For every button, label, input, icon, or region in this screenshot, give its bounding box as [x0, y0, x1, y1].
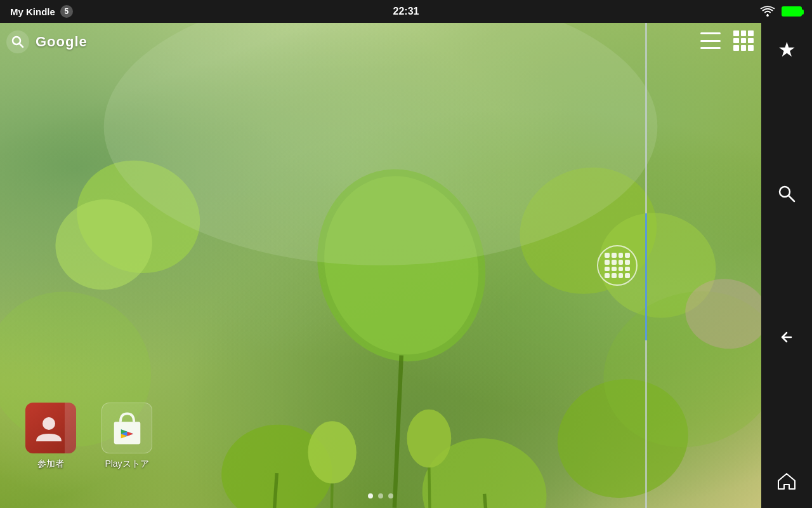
- grid-dot: [748, 30, 754, 36]
- app-drawer-button[interactable]: [597, 245, 638, 286]
- notification-badge: 5: [60, 5, 73, 18]
- page-dot-2[interactable]: [378, 493, 383, 498]
- status-left: My Kindle 5: [10, 5, 73, 18]
- search-icon[interactable]: [6, 30, 29, 53]
- page-dot-3[interactable]: [388, 493, 393, 498]
- vertical-divider-blue: [645, 213, 647, 340]
- drawer-dot: [605, 260, 610, 265]
- svg-line-3: [395, 356, 402, 508]
- contacts-app-icon[interactable]: 参加者: [25, 403, 76, 470]
- grid-dot: [733, 38, 739, 44]
- grid-dot: [733, 45, 739, 51]
- hamburger-line-1: [700, 32, 721, 34]
- drawer-dot: [605, 267, 610, 272]
- top-controls: [700, 30, 754, 51]
- grid-dot: [748, 38, 754, 44]
- grid-dot: [741, 45, 747, 51]
- page-indicator: [368, 493, 393, 498]
- hamburger-line-2: [700, 40, 721, 42]
- list-view-button[interactable]: [700, 32, 721, 49]
- drawer-dot: [619, 267, 624, 272]
- svg-point-18: [407, 410, 451, 468]
- drawer-dot: [619, 253, 624, 258]
- drawer-dot: [605, 253, 610, 258]
- drawer-grid-icon: [605, 253, 630, 278]
- main-content: Google: [0, 23, 761, 508]
- home-icon: [777, 472, 796, 491]
- hamburger-line-3: [700, 47, 721, 49]
- contacts-icon-image: [25, 403, 76, 453]
- drawer-dot: [625, 260, 630, 265]
- back-button[interactable]: [773, 323, 801, 351]
- home-button[interactable]: [773, 467, 801, 495]
- search-bar[interactable]: Google: [6, 30, 88, 53]
- drawer-dot: [612, 260, 617, 265]
- drawer-dot: [612, 273, 617, 278]
- drawer-dot: [625, 267, 630, 272]
- star-icon: ★: [778, 37, 796, 62]
- page-dot-1[interactable]: [368, 493, 373, 498]
- svg-point-16: [308, 421, 356, 483]
- drawer-dot: [625, 273, 630, 278]
- grid-dot: [748, 45, 754, 51]
- status-bar: My Kindle 5 22:31: [0, 0, 812, 23]
- star-button[interactable]: ★: [773, 36, 801, 64]
- drawer-dot: [619, 260, 624, 265]
- search-icon: [777, 184, 796, 203]
- battery-icon: [782, 6, 802, 17]
- grid-dot: [741, 38, 747, 44]
- playstore-app-icon[interactable]: Playストア: [102, 403, 152, 470]
- clock: 22:31: [393, 6, 419, 17]
- status-icons: [760, 6, 802, 17]
- playstore-app-label: Playストア: [105, 458, 148, 470]
- app-name-label: My Kindle: [10, 6, 55, 17]
- desktop-icons: 参加者 Playストア: [25, 403, 152, 470]
- sidebar-search-button[interactable]: [773, 180, 801, 208]
- right-sidebar: ★: [761, 23, 812, 508]
- svg-line-19: [429, 467, 430, 508]
- svg-line-27: [789, 196, 794, 201]
- wifi-icon: [760, 6, 775, 17]
- drawer-dot: [605, 273, 610, 278]
- grid-dot: [741, 30, 747, 36]
- grid-view-button[interactable]: [733, 30, 754, 51]
- contacts-app-label: 参加者: [37, 458, 64, 470]
- playstore-icon-image: [102, 403, 152, 453]
- drawer-dot: [612, 253, 617, 258]
- grid-dot: [733, 30, 739, 36]
- svg-point-0: [766, 15, 769, 17]
- svg-point-24: [43, 417, 55, 430]
- back-arrow-icon: [777, 328, 796, 346]
- google-logo[interactable]: Google: [36, 34, 88, 50]
- svg-line-23: [20, 44, 23, 48]
- drawer-dot: [625, 253, 630, 258]
- drawer-dot: [619, 273, 624, 278]
- drawer-dot: [612, 267, 617, 272]
- svg-line-17: [331, 483, 332, 508]
